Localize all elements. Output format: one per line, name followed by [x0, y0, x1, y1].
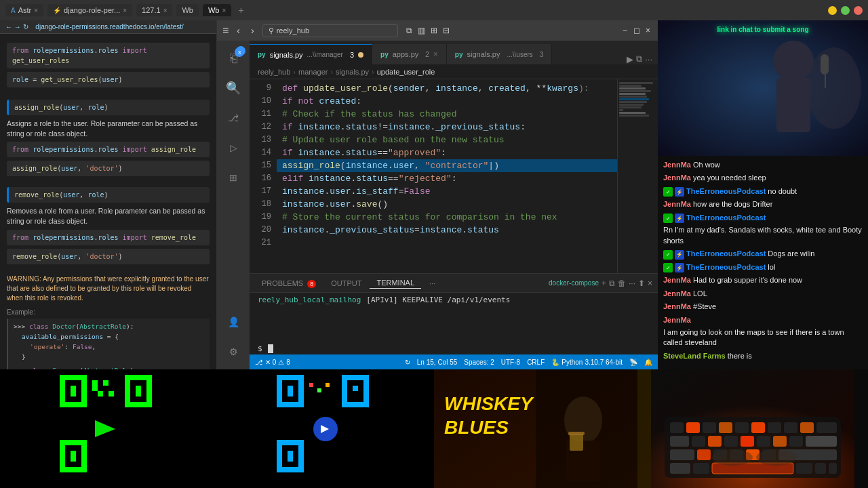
- settings-icon: ⚙: [229, 346, 238, 357]
- problems-tab[interactable]: PROBLEMS 8: [255, 278, 323, 289]
- vscode-back-button[interactable]: ‹: [234, 24, 243, 37]
- vscode-menu-icon[interactable]: ≡: [222, 24, 229, 37]
- status-encoding[interactable]: UTF-8: [501, 359, 520, 366]
- terminal-split-button[interactable]: ⧉: [609, 279, 615, 288]
- layout-icon-2[interactable]: ▥: [418, 26, 425, 35]
- chat-username-11[interactable]: JennMa: [663, 315, 691, 325]
- new-tab-button[interactable]: +: [235, 5, 246, 16]
- terminal-add-button[interactable]: +: [601, 279, 606, 288]
- tab2-close-icon[interactable]: ×: [433, 49, 438, 59]
- breadcrumb-function[interactable]: update_user_role: [377, 68, 435, 76]
- activity-extensions[interactable]: ⊞: [220, 164, 247, 191]
- activity-accounts[interactable]: 👤: [220, 308, 247, 336]
- tab3-close[interactable]: ×: [163, 7, 167, 14]
- svg-rect-105: [342, 380, 347, 386]
- status-language[interactable]: 🐍 Python 3.10.7 64-bit: [551, 359, 623, 366]
- python-icon: 🐍: [551, 359, 559, 366]
- chat-username-5[interactable]: TheErroneousPodcast: [686, 213, 766, 223]
- tab-signals-users[interactable]: py signals.py ...\\users 3: [447, 44, 553, 64]
- search-icon: ⚲: [269, 26, 274, 35]
- tab2-close[interactable]: ×: [123, 7, 127, 14]
- maximize-button[interactable]: [841, 6, 850, 15]
- terminal-more-button[interactable]: ···: [629, 279, 635, 288]
- browser-tab-4[interactable]: Wb: [176, 4, 199, 16]
- chat-username-10[interactable]: JennMa: [663, 302, 691, 312]
- status-sync[interactable]: ↻: [405, 359, 410, 366]
- chat-area[interactable]: JennMa Oh wow JennMa yea you needed slee…: [658, 156, 868, 369]
- output-tab[interactable]: OUTPUT: [324, 278, 368, 289]
- debug-console-tab[interactable]: ···: [422, 278, 442, 289]
- split-editor-button[interactable]: ⧉: [636, 54, 642, 64]
- svg-rect-67: [81, 462, 87, 467]
- svg-rect-166: [773, 436, 787, 447]
- activity-git[interactable]: ⎇: [220, 104, 247, 131]
- tab5-close[interactable]: ×: [222, 7, 226, 14]
- svg-rect-156: [768, 422, 781, 433]
- status-line-ending[interactable]: CRLF: [527, 359, 545, 366]
- activity-debug[interactable]: ▷: [220, 134, 247, 161]
- tab-signals-manager[interactable]: py signals.py ...\\manager 3: [250, 44, 372, 64]
- terminal-close-button[interactable]: ×: [648, 279, 652, 288]
- terminal-trash-button[interactable]: 🗑: [618, 279, 626, 288]
- tab1-close[interactable]: ×: [34, 7, 38, 14]
- chat-username-2[interactable]: JennMa: [663, 173, 691, 183]
- svg-rect-143: [570, 434, 583, 451]
- activity-search[interactable]: 🔍: [220, 75, 247, 102]
- svg-rect-62: [81, 451, 87, 456]
- vscode-forward-button[interactable]: ›: [248, 24, 257, 37]
- svg-rect-116: [353, 402, 358, 407]
- status-notifications[interactable]: 📡: [629, 359, 637, 366]
- chat-text-9: LOL: [693, 289, 707, 299]
- window-minimize-icon[interactable]: −: [620, 26, 629, 35]
- code-editor[interactable]: def update_user_role(sender, instance, c…: [277, 79, 617, 273]
- vscode-search-bar[interactable]: ⚲ reely_hub: [262, 24, 398, 37]
- svg-rect-27: [81, 402, 87, 407]
- svg-rect-181: [815, 463, 826, 474]
- breadcrumb-manager[interactable]: manager: [298, 68, 328, 76]
- chat-username-8[interactable]: JennMa: [663, 275, 691, 285]
- svg-rect-68: [60, 467, 65, 472]
- run-button[interactable]: ▶: [627, 54, 633, 64]
- more-actions-button[interactable]: ···: [645, 54, 652, 64]
- vscode-main: ⎗ 3 🔍 ⎇ ▷ ⊞ 👤 ⚙: [217, 41, 658, 369]
- window-close-button[interactable]: [854, 6, 863, 15]
- chat-username-7[interactable]: TheErroneousPodcast: [686, 262, 766, 272]
- chat-username-3[interactable]: TheErroneousPodcast: [686, 186, 766, 197]
- window-close-icon[interactable]: ×: [644, 26, 652, 35]
- tab-apps[interactable]: py apps.py 2 ×: [372, 44, 447, 64]
- activity-explorer[interactable]: ⎗ 3: [220, 45, 247, 72]
- svg-rect-169: [670, 449, 694, 460]
- status-line-col[interactable]: Ln 15, Col 55: [417, 359, 458, 366]
- status-branch[interactable]: ⎇ ✕ 0 ⚠ 8: [255, 359, 290, 366]
- minimize-button[interactable]: [828, 6, 837, 15]
- layout-icon-1[interactable]: ⧉: [406, 26, 412, 35]
- status-spaces[interactable]: Spaces: 2: [464, 359, 494, 366]
- layout-icon-3[interactable]: ⊞: [431, 26, 437, 35]
- svg-rect-170: [697, 449, 711, 460]
- svg-rect-11: [76, 375, 81, 380]
- svg-rect-38: [125, 380, 130, 386]
- status-bell[interactable]: 🔔: [644, 359, 652, 366]
- chat-username-1[interactable]: JennMa: [663, 160, 691, 170]
- window-restore-icon[interactable]: ◻: [632, 26, 641, 35]
- activity-settings[interactable]: ⚙: [220, 338, 247, 365]
- browser-tab-1[interactable]: A Astr ×: [5, 4, 43, 16]
- warning-icon: ⚠: [278, 359, 284, 366]
- browser-tab-5[interactable]: Wb ×: [203, 4, 231, 16]
- breadcrumb-root[interactable]: reely_hub: [258, 68, 290, 76]
- chat-username-4[interactable]: JennMa: [663, 199, 691, 209]
- chat-username-9[interactable]: JennMa: [663, 289, 691, 299]
- svg-rect-31: [98, 391, 103, 396]
- terminal-max-button[interactable]: ⬆: [638, 279, 645, 288]
- browser-tab-2[interactable]: ⚡ django-role-per... ×: [47, 4, 132, 16]
- address-bar[interactable]: ← → ↻ django-role-permissions.readthedoc…: [0, 20, 216, 34]
- thumbnail-keyboard: [651, 369, 868, 488]
- browser-tab-3[interactable]: 127.1 ×: [136, 4, 172, 16]
- terminal-tab[interactable]: TERMINAL: [370, 277, 421, 289]
- explorer-icon: ⎗: [230, 52, 237, 66]
- chat-username-6[interactable]: TheErroneousPodcast: [686, 249, 766, 259]
- layout-icon-4[interactable]: ⊟: [443, 26, 450, 35]
- chat-username-12[interactable]: SteveLand Farms: [663, 351, 726, 361]
- left-panel: ← → ↻ django-role-permissions.readthedoc…: [0, 20, 217, 369]
- breadcrumb-file[interactable]: signals.py: [336, 68, 369, 76]
